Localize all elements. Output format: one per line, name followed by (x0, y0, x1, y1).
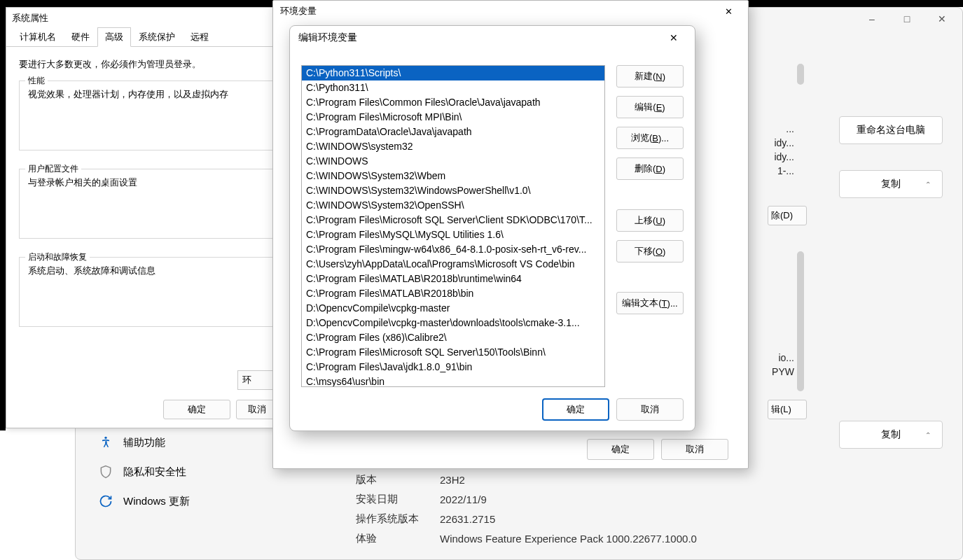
tab-4[interactable]: 远程 (183, 27, 216, 46)
spec-label: 版本 (356, 473, 440, 486)
rename-pc-button[interactable]: 重命名这台电脑 (839, 116, 943, 144)
envvar-button-row: 确定 取消 (587, 439, 728, 460)
path-row[interactable]: C:\Program Files\Microsoft SQL Server\Cl… (302, 213, 604, 227)
leaked-text: io... (762, 352, 794, 363)
system-properties-dialog: 系统属性 计算机名硬件高级系统保护远程 要进行大多数更改，你必须作为管理员登录。… (6, 7, 287, 428)
path-row[interactable]: C:\Python311\Scripts\ (302, 66, 604, 80)
path-row[interactable]: C:\Program Files\MATLAB\R2018b\bin (302, 286, 604, 301)
leaked-scrollbar-2 (797, 251, 804, 391)
copy-button-2[interactable]: 复制 (839, 421, 943, 449)
svg-point-0 (104, 437, 106, 439)
movedown-button[interactable]: 下移(O) (616, 240, 684, 262)
spec-row: 操作系统版本22631.2715 (356, 509, 930, 528)
edit-button[interactable]: 编辑(E) (616, 96, 684, 118)
settings-titlebar: – □ ✕ (856, 8, 962, 36)
spec-value: 2022/11/9 (440, 493, 487, 505)
path-row[interactable]: C:\Python311\ (302, 80, 604, 95)
path-row[interactable]: C:\WINDOWS\System32\WindowsPowerShell\v1… (302, 183, 604, 198)
sidebar-item-update[interactable]: Windows 更新 (91, 486, 322, 516)
new-button[interactable]: 新建(N) (616, 65, 684, 88)
tab-0[interactable]: 计算机名 (12, 27, 64, 46)
editenv-cancel-button[interactable]: 取消 (616, 398, 684, 421)
path-list[interactable]: C:\Python311\Scripts\C:\Python311\C:\Pro… (301, 65, 605, 387)
update-icon (98, 493, 113, 509)
edittext-button[interactable]: 编辑文本(T)... (616, 292, 684, 314)
black-side (0, 0, 6, 430)
path-row[interactable]: C:\Program Files\MySQL\MySQL Utilities 1… (302, 227, 604, 242)
performance-legend: 性能 (25, 75, 48, 87)
envvar-title: 环境变量 (280, 5, 317, 18)
sidebar-item-label: 辅助功能 (123, 436, 165, 449)
path-row[interactable]: C:\Program Files\mingw-w64\x86_64-8.1.0-… (302, 242, 604, 257)
tab-1[interactable]: 硬件 (64, 27, 97, 46)
path-row[interactable]: C:\msys64\usr\bin (302, 374, 604, 387)
path-row[interactable]: D:\OpencvCompile\vcpkg-master (302, 301, 604, 316)
sysprops-cancel-button[interactable]: 取消 (236, 400, 278, 419)
path-row[interactable]: C:\Users\zyh\AppData\Local\Programs\Micr… (302, 257, 604, 272)
path-row[interactable]: C:\WINDOWS\System32\OpenSSH\ (302, 198, 604, 213)
userprofile-group: 用户配置文件 与登录帐户相关的桌面设置 (19, 169, 274, 239)
sidebar-item-label: 隐私和安全性 (123, 465, 186, 479)
editenv-right-buttons: 新建(N) 编辑(E) 浏览(B)... 删除(D) 上移(U) 下移(O) 编… (616, 65, 684, 387)
minimize-button[interactable]: – (856, 8, 888, 30)
envvar-close-button[interactable]: ✕ (716, 3, 741, 20)
settings-specs: 版本23H2安装日期2022/11/9操作系统版本22631.2715体验Win… (356, 470, 930, 548)
path-row[interactable]: C:\Program Files\Common Files\Oracle\Jav… (302, 95, 604, 110)
path-row[interactable]: C:\Program Files\Java\jdk1.8.0_91\bin (302, 360, 604, 374)
sidebar-item-label: Windows 更新 (123, 495, 190, 508)
path-row[interactable]: C:\Program Files\Microsoft SQL Server\15… (302, 345, 604, 360)
spec-row: 体验Windows Feature Experience Pack 1000.2… (356, 528, 930, 548)
copy-label: 复制 (881, 178, 901, 190)
userprofile-legend: 用户配置文件 (25, 163, 81, 175)
spec-value: 22631.2715 (440, 513, 495, 525)
sysprops-tabs: 计算机名硬件高级系统保护远程 (6, 29, 286, 47)
startup-legend: 启动和故障恢复 (25, 251, 90, 263)
leaked-text: PYW (762, 366, 794, 377)
path-row[interactable]: C:\Program Files (x86)\Calibre2\ (302, 330, 604, 345)
browse-button[interactable]: 浏览(B)... (616, 127, 684, 149)
spec-value: 23H2 (440, 474, 465, 486)
path-row[interactable]: D:\OpencvCompile\vcpkg-master\downloads\… (302, 316, 604, 330)
startup-group: 启动和故障恢复 系统启动、系统故障和调试信息 (19, 257, 274, 327)
tab-3[interactable]: 系统保护 (131, 27, 183, 46)
path-row[interactable]: C:\Program Files\MATLAB\R2018b\runtime\w… (302, 272, 604, 286)
leaked-text: 1-... (762, 165, 794, 176)
leaked-text: idy... (762, 137, 794, 148)
path-row[interactable]: C:\WINDOWS\System32\Wbem (302, 169, 604, 183)
userprofile-desc: 与登录帐户相关的桌面设置 (28, 176, 265, 189)
envvar-ok-button[interactable]: 确定 (587, 439, 654, 460)
sysprops-title: 系统属性 (6, 8, 286, 29)
performance-desc: 视觉效果，处理器计划，内存使用，以及虚拟内存 (28, 88, 265, 101)
performance-group: 性能 视觉效果，处理器计划，内存使用，以及虚拟内存 (19, 80, 274, 150)
editenv-button-row: 确定 取消 (542, 398, 684, 421)
path-row[interactable]: C:\WINDOWS (302, 154, 604, 169)
moveup-button[interactable]: 上移(U) (616, 209, 684, 232)
shield-icon (98, 464, 113, 479)
envvar-cancel-button[interactable]: 取消 (661, 439, 728, 460)
spec-label: 安装日期 (356, 493, 440, 506)
close-button[interactable]: ✕ (926, 8, 958, 30)
sysprops-ok-button[interactable]: 确定 (163, 400, 230, 419)
spec-label: 操作系统版本 (356, 512, 440, 526)
path-row[interactable]: C:\Program Files\Microsoft MPI\Bin\ (302, 110, 604, 125)
delete-button[interactable]: 删除(D) (616, 158, 684, 180)
leaked-text: ... (762, 123, 794, 134)
copy-label: 复制 (881, 428, 901, 441)
sysprops-button-row: 确定 取消 (163, 400, 278, 419)
accessibility-icon (98, 435, 113, 450)
leaked-edit-button[interactable]: 辑(L) (768, 400, 807, 419)
envvar-titlebar: 环境变量 ✕ (273, 1, 748, 22)
editenv-ok-button[interactable]: 确定 (542, 398, 609, 421)
maximize-button[interactable]: □ (891, 8, 923, 30)
edit-envvar-dialog: 编辑环境变量 ✕ C:\Python311\Scripts\C:\Python3… (289, 25, 695, 431)
leaked-delete-button[interactable]: 除(D) (768, 206, 807, 225)
editenv-close-button[interactable]: ✕ (661, 29, 686, 46)
editenv-title: 编辑环境变量 (298, 31, 357, 44)
spec-label: 体验 (356, 532, 440, 545)
editenv-titlebar: 编辑环境变量 ✕ (290, 26, 695, 50)
path-row[interactable]: C:\ProgramData\Oracle\Java\javapath (302, 125, 604, 139)
path-row[interactable]: C:\WINDOWS\system32 (302, 139, 604, 154)
tab-2[interactable]: 高级 (97, 27, 131, 47)
leaked-text: idy... (762, 151, 794, 162)
copy-button-1[interactable]: 复制 (839, 170, 943, 198)
